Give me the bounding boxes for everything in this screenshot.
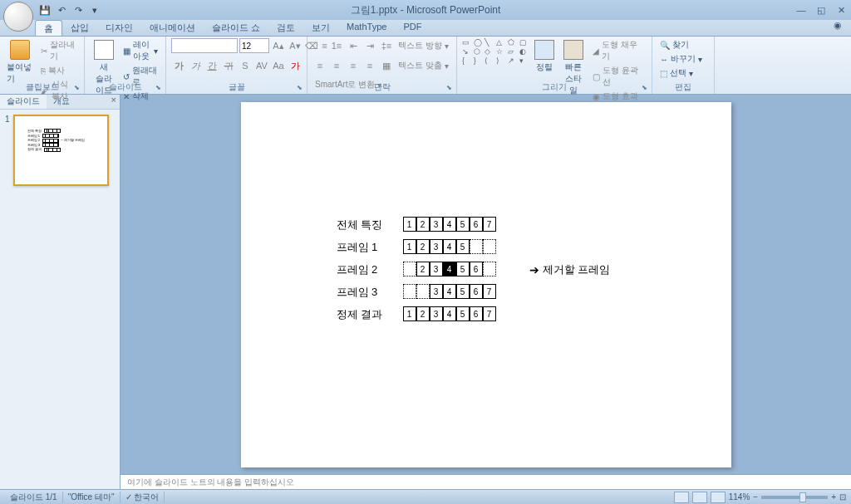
redo-icon[interactable]: ↷ bbox=[71, 3, 85, 17]
copy-button[interactable]: ⎘복사 bbox=[38, 64, 79, 77]
arrange-button[interactable]: 정렬 bbox=[533, 38, 556, 75]
align-left-button[interactable]: ≡ bbox=[312, 58, 327, 73]
zoom-slider[interactable] bbox=[761, 496, 828, 499]
increase-indent-button[interactable]: ⇥ bbox=[362, 38, 377, 53]
align-right-button[interactable]: ≡ bbox=[346, 58, 361, 73]
office-button[interactable] bbox=[3, 2, 33, 32]
grow-font-button[interactable]: A▴ bbox=[271, 38, 286, 53]
zoom-label: 114% bbox=[729, 492, 750, 502]
change-case-button[interactable]: Aa bbox=[271, 58, 286, 73]
ribbon: 붙여넣기 ✂잘라내기 ⎘복사 🖌서식 복사 클립보드 ⬊ 새 슬라이드 ▦레이아… bbox=[0, 37, 851, 95]
slideshow-view-button[interactable] bbox=[711, 492, 726, 503]
normal-view-button[interactable] bbox=[674, 492, 689, 503]
diagram-row: 프레임 112345 bbox=[337, 237, 611, 259]
save-icon[interactable]: 💾 bbox=[38, 3, 52, 17]
undo-icon[interactable]: ↶ bbox=[55, 3, 68, 17]
minimize-button[interactable]: — bbox=[794, 4, 808, 16]
zoom-out-button[interactable]: − bbox=[753, 492, 758, 502]
shadow-button[interactable]: S bbox=[238, 58, 253, 73]
fit-window-button[interactable]: ⊡ bbox=[839, 492, 846, 502]
tab-view[interactable]: 보기 bbox=[303, 20, 338, 36]
slides-launcher[interactable]: ⬊ bbox=[155, 84, 164, 92]
cell: 5 bbox=[456, 262, 470, 276]
font-size-combo[interactable] bbox=[239, 38, 269, 53]
thumbnail-preview: 전체 특징 프레임 1 프레임 2 → 제거할 프레임 프레임 3 정제 결과 bbox=[27, 129, 95, 152]
cell: 4 bbox=[443, 239, 456, 254]
restore-button[interactable]: ◱ bbox=[814, 4, 828, 16]
font-launcher[interactable]: ⬊ bbox=[297, 84, 305, 92]
group-paragraph: ⋮≡ 1≡ ⇤ ⇥ ‡≡ 텍스트 방향▾ ≡ ≡ ≡ ≡ ▦ 텍스트 맞춤▾ S… bbox=[307, 37, 457, 94]
bold-button[interactable]: 가 bbox=[171, 58, 186, 73]
layout-button[interactable]: ▦레이아웃▾ bbox=[121, 38, 160, 63]
slide-thumbnail[interactable]: 전체 특징 프레임 1 프레임 2 → 제거할 프레임 프레임 3 정제 결과 bbox=[13, 115, 109, 186]
align-center-button[interactable]: ≡ bbox=[329, 58, 344, 73]
cells-area: 23456 bbox=[403, 262, 519, 278]
slide-canvas[interactable]: 전체 특징1234567프레임 112345프레임 223456➔제거할 프레임… bbox=[121, 95, 851, 474]
underline-button[interactable]: 간 bbox=[204, 58, 219, 73]
shrink-font-button[interactable]: A▾ bbox=[288, 38, 303, 53]
thumbnail-item[interactable]: 1 전체 특징 프레임 1 프레임 2 → 제거할 프레임 프레임 3 정제 결… bbox=[5, 115, 115, 186]
zoom-in-button[interactable]: + bbox=[831, 492, 836, 502]
thumbnail-number: 1 bbox=[5, 115, 10, 186]
drawing-launcher[interactable]: ⬊ bbox=[642, 84, 650, 92]
tab-mathtype[interactable]: MathType bbox=[338, 20, 395, 36]
cell: 1 bbox=[403, 217, 416, 232]
help-icon[interactable]: ◉ bbox=[831, 20, 844, 36]
justify-button[interactable]: ≡ bbox=[362, 58, 377, 73]
group-label-editing: 편집 bbox=[652, 81, 714, 93]
cells-area: 34567 bbox=[403, 284, 519, 301]
cut-icon: ✂ bbox=[41, 46, 47, 56]
cell-dotted bbox=[403, 262, 416, 276]
sorter-view-button[interactable] bbox=[692, 492, 707, 503]
notes-pane[interactable]: 여기에 슬라이드 노트의 내용을 입력하십시오 bbox=[121, 474, 851, 489]
strikethrough-button[interactable]: 귀 bbox=[221, 58, 236, 73]
find-button[interactable]: 🔍찾기 bbox=[657, 38, 705, 51]
tab-slideshow[interactable]: 슬라이드 쇼 bbox=[204, 20, 268, 36]
align-text-button[interactable]: 텍스트 맞춤▾ bbox=[396, 59, 451, 72]
tab-animation[interactable]: 애니메이션 bbox=[141, 20, 204, 36]
cell-dotted bbox=[483, 262, 496, 276]
cell: 7 bbox=[483, 306, 496, 321]
cut-button[interactable]: ✂잘라내기 bbox=[38, 38, 79, 63]
decrease-indent-button[interactable]: ⇤ bbox=[346, 38, 361, 53]
shape-fill-button[interactable]: ◢도형 채우기 bbox=[590, 38, 647, 63]
font-family-combo[interactable] bbox=[171, 38, 238, 53]
char-spacing-button[interactable]: AV bbox=[254, 58, 269, 73]
replace-button[interactable]: ↔바꾸기▾ bbox=[657, 52, 705, 66]
font-color-button[interactable]: 가 bbox=[288, 58, 303, 73]
cells-area: 1234567 bbox=[403, 217, 519, 233]
columns-button[interactable]: ▦ bbox=[379, 58, 394, 73]
cell: 3 bbox=[430, 262, 443, 276]
slide[interactable]: 전체 특징1234567프레임 112345프레임 223456➔제거할 프레임… bbox=[241, 102, 731, 467]
cell: 4 bbox=[443, 217, 456, 232]
tab-review[interactable]: 검토 bbox=[268, 20, 303, 36]
text-direction-button[interactable]: 텍스트 방향▾ bbox=[396, 39, 451, 52]
row-label: 프레임 2 bbox=[337, 262, 403, 277]
tab-pdf[interactable]: PDF bbox=[395, 20, 430, 36]
close-button[interactable]: ✕ bbox=[834, 4, 848, 16]
qat-more-icon[interactable]: ▾ bbox=[88, 3, 101, 17]
tab-home[interactable]: 홈 bbox=[35, 20, 62, 36]
row-label: 프레임 1 bbox=[337, 240, 403, 255]
arrange-icon bbox=[534, 40, 554, 60]
paragraph-launcher[interactable]: ⬊ bbox=[446, 84, 455, 92]
numbering-button[interactable]: 1≡ bbox=[329, 38, 344, 53]
tab-design[interactable]: 디자인 bbox=[97, 20, 141, 36]
group-label-slides: 슬라이드 bbox=[85, 81, 165, 93]
ribbon-tabs: 홈 삽입 디자인 애니메이션 슬라이드 쇼 검토 보기 MathType PDF… bbox=[0, 20, 851, 37]
cell: 1 bbox=[403, 306, 416, 321]
paste-button[interactable]: 붙여넣기 bbox=[5, 38, 35, 86]
cell: 6 bbox=[470, 262, 483, 276]
bullets-button[interactable]: ⋮≡ bbox=[312, 38, 327, 53]
outline-pane: 슬라이드 개요 × 1 전체 특징 프레임 1 프레임 2 → 제거할 프레임 … bbox=[0, 95, 121, 489]
tab-insert[interactable]: 삽입 bbox=[62, 20, 97, 36]
cell: 4 bbox=[443, 284, 456, 299]
italic-button[interactable]: 가 bbox=[188, 58, 203, 73]
clipboard-launcher[interactable]: ⬊ bbox=[74, 84, 82, 92]
shapes-gallery[interactable]: ▭◯╲△⬠▢ ↘⬡◇☆▱◐ {}⟨⟩↗▾ bbox=[462, 38, 529, 65]
zoom-thumb[interactable] bbox=[799, 492, 806, 502]
status-language[interactable]: ✓ 한국어 bbox=[121, 492, 165, 503]
group-editing: 🔍찾기 ↔바꾸기▾ ⬚선택▾ 편집 bbox=[652, 37, 715, 94]
line-spacing-button[interactable]: ‡≡ bbox=[379, 38, 394, 53]
select-button[interactable]: ⬚선택▾ bbox=[657, 66, 705, 80]
